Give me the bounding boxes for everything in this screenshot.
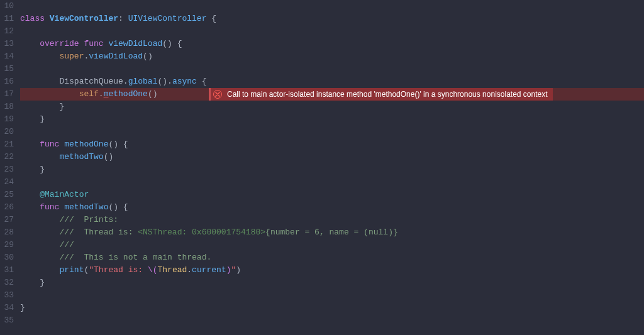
code-line[interactable]: self.methodOne()Call to main actor-isola…	[20, 88, 644, 101]
code-line[interactable]	[20, 63, 644, 75]
code-line[interactable]	[20, 289, 644, 302]
code-token: async	[172, 77, 197, 86]
line-number: 24	[0, 176, 14, 189]
code-token: }	[20, 303, 25, 312]
code-token: ///	[59, 240, 74, 250]
code-token: @MainActor	[40, 190, 89, 199]
code-line[interactable]: DispatchQueue.global().async {	[20, 75, 644, 88]
code-token: print	[59, 265, 84, 275]
code-line[interactable]: }	[20, 101, 644, 113]
code-token	[20, 52, 59, 61]
code-line[interactable]: }	[20, 277, 644, 289]
code-line[interactable]: class ViewController: UIViewController {	[20, 13, 644, 25]
code-line[interactable]	[20, 314, 644, 327]
code-line[interactable]	[20, 0, 644, 13]
code-line[interactable]: /// This is not a main thread.	[20, 251, 644, 264]
code-line[interactable]: }	[20, 113, 644, 126]
code-token: ()	[104, 152, 114, 162]
line-number: 34	[0, 302, 14, 314]
line-number: 14	[0, 50, 14, 63]
code-token	[20, 140, 40, 149]
code-line[interactable]: methodTwo()	[20, 151, 644, 163]
code-token: /// Prints:	[59, 215, 118, 224]
code-token: Thread	[157, 265, 187, 275]
code-token: /// Thread is:	[59, 228, 138, 237]
code-token: DispatchQueue	[59, 77, 123, 86]
line-number: 35	[0, 314, 14, 327]
code-line[interactable]: func methodTwo() {	[20, 201, 644, 214]
code-token	[20, 152, 59, 162]
code-token	[20, 240, 59, 250]
error-circle-x-icon	[213, 90, 222, 99]
code-token: func	[40, 202, 64, 212]
line-number: 11	[0, 13, 14, 25]
line-number: 16	[0, 75, 14, 88]
code-line[interactable]: func methodOne() {	[20, 138, 644, 151]
line-number-gutter: 1011121314151617181920212223242526272829…	[0, 0, 20, 335]
code-token: {	[206, 14, 216, 23]
code-line[interactable]	[20, 25, 644, 38]
code-token: () {	[108, 202, 128, 212]
line-number: 17	[0, 88, 14, 101]
code-token	[20, 77, 59, 86]
code-token	[20, 89, 79, 99]
code-token	[20, 190, 40, 199]
line-number: 19	[0, 113, 14, 126]
code-token	[20, 215, 59, 224]
code-token: viewDidLoad	[89, 52, 143, 61]
code-token: ().	[157, 77, 172, 86]
code-token: <NSThread: 0x600001754180>	[138, 228, 265, 237]
code-token: }	[20, 278, 45, 287]
code-token: "Thread is:	[89, 265, 148, 275]
code-token: }	[20, 165, 45, 174]
line-number: 10	[0, 0, 14, 13]
line-number: 21	[0, 138, 14, 151]
line-number: 23	[0, 163, 14, 176]
line-number: 27	[0, 214, 14, 226]
code-token: ethodOne	[108, 89, 147, 99]
code-line[interactable]: print("Thread is: \(Thread.current)")	[20, 264, 644, 277]
inline-error-message: Call to main actor-isolated instance met…	[227, 88, 548, 101]
code-token: )	[226, 265, 231, 275]
code-line[interactable]: }	[20, 163, 644, 176]
code-token: current	[192, 265, 226, 275]
line-number: 20	[0, 126, 14, 138]
code-line[interactable]: /// Thread is: <NSThread: 0x600001754180…	[20, 226, 644, 239]
code-token: /// This is not a main thread.	[59, 253, 211, 262]
code-token: }	[20, 102, 64, 111]
line-number: 28	[0, 226, 14, 239]
code-token	[20, 202, 40, 212]
code-token	[20, 265, 59, 275]
code-token: viewDidLoad	[108, 39, 162, 48]
code-token: :	[118, 14, 128, 23]
code-line[interactable]: ///	[20, 239, 644, 251]
code-token: () {	[108, 140, 128, 149]
code-token: \(	[148, 265, 158, 275]
code-token: func	[40, 140, 64, 149]
code-line[interactable]: }	[20, 302, 644, 314]
code-token: super	[59, 52, 84, 61]
code-token: () {	[162, 39, 182, 48]
code-line[interactable]: /// Prints:	[20, 214, 644, 226]
code-area[interactable]: class ViewController: UIViewController {…	[20, 0, 644, 335]
code-line[interactable]	[20, 176, 644, 189]
code-token: methodTwo	[59, 152, 103, 162]
line-number: 31	[0, 264, 14, 277]
code-token: }	[20, 114, 45, 124]
line-number: 15	[0, 63, 14, 75]
code-token: ViewController	[50, 14, 118, 23]
code-token	[20, 228, 59, 237]
code-token: self	[79, 89, 99, 99]
code-line[interactable]: override func viewDidLoad() {	[20, 38, 644, 50]
code-line[interactable]: super.viewDidLoad()	[20, 50, 644, 63]
code-token: UIViewController	[128, 14, 207, 23]
code-editor[interactable]: 1011121314151617181920212223242526272829…	[0, 0, 644, 335]
inline-error-banner[interactable]: Call to main actor-isolated instance met…	[209, 88, 553, 101]
code-token: methodTwo	[64, 202, 108, 212]
code-token	[20, 39, 40, 48]
code-token: methodOne	[64, 140, 108, 149]
code-line[interactable]	[20, 126, 644, 138]
code-token: {	[197, 77, 207, 86]
code-line[interactable]: @MainActor	[20, 189, 644, 201]
line-number: 29	[0, 239, 14, 251]
